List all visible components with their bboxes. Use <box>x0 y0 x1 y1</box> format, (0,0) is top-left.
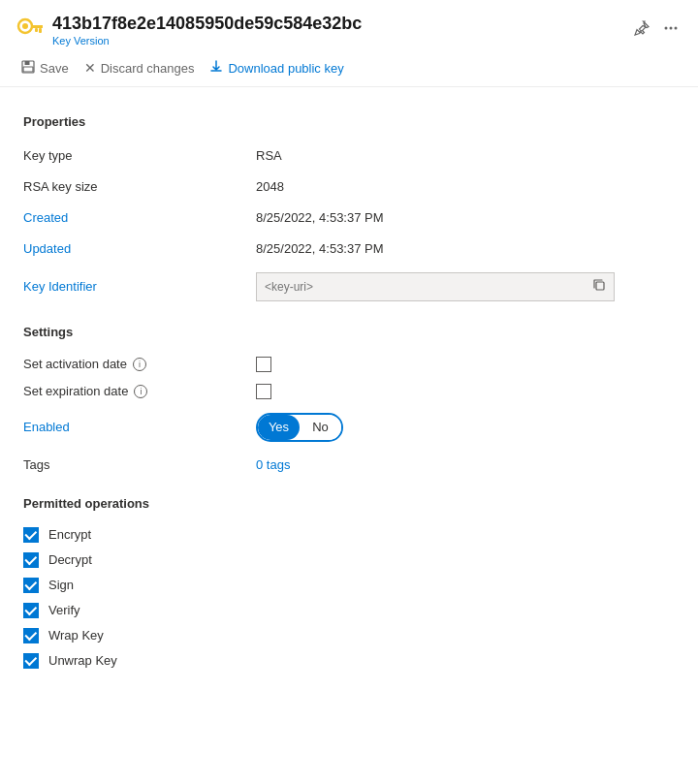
activation-info-icon[interactable]: i <box>133 358 146 371</box>
verify-checkbox[interactable] <box>23 603 39 618</box>
unwrap-key-row: Unwrap Key <box>23 648 675 674</box>
svg-rect-3 <box>39 28 42 33</box>
settings-heading: Settings <box>23 325 675 339</box>
updated-row: Updated 8/25/2022, 4:53:37 PM <box>23 234 675 265</box>
header-actions <box>630 18 682 41</box>
content-area: Properties Key type RSA RSA key size 204… <box>0 87 698 693</box>
updated-value: 8/25/2022, 4:53:37 PM <box>256 241 384 256</box>
key-icon <box>16 16 43 44</box>
key-identifier-label: Key Identifier <box>23 279 256 294</box>
created-row: Created 8/25/2022, 4:53:37 PM <box>23 203 675 234</box>
key-type-label: Key type <box>23 148 256 163</box>
enabled-toggle[interactable]: Yes No <box>256 413 343 442</box>
more-button[interactable] <box>659 18 682 41</box>
decrypt-checkbox[interactable] <box>23 552 39 568</box>
discard-button[interactable]: ✕ Discard changes <box>79 56 201 79</box>
svg-rect-11 <box>596 282 604 290</box>
save-label: Save <box>40 61 69 76</box>
activation-date-label: Set activation date i <box>23 357 256 371</box>
permitted-operations-heading: Permitted operations <box>23 496 675 511</box>
tags-row: Tags 0 tags <box>23 450 675 481</box>
verify-label: Verify <box>48 603 80 617</box>
key-identifier-container <box>256 272 615 301</box>
copy-icon <box>592 278 606 292</box>
page-subtitle: Key Version <box>52 35 620 47</box>
toggle-no[interactable]: No <box>300 415 341 440</box>
encrypt-checkbox[interactable] <box>23 527 39 543</box>
save-button[interactable]: Save <box>16 56 75 80</box>
more-icon <box>663 20 679 36</box>
page-header: 413b17f8e2e14085950de59c584e32bc Key Ver… <box>0 0 698 50</box>
decrypt-row: Decrypt <box>23 548 675 573</box>
expiration-date-text: Set expiration date <box>23 384 128 398</box>
wrap-key-checkbox[interactable] <box>23 628 39 643</box>
save-icon <box>21 60 35 77</box>
encrypt-row: Encrypt <box>23 522 675 548</box>
key-type-row: Key type RSA <box>23 141 675 172</box>
permitted-operations-section: Permitted operations Encrypt Decrypt Sig… <box>23 496 675 674</box>
key-identifier-row: Key Identifier <box>23 265 675 309</box>
download-label: Download public key <box>228 61 343 76</box>
settings-section: Settings Set activation date i Set expir… <box>23 325 675 481</box>
encrypt-label: Encrypt <box>48 527 91 542</box>
decrypt-label: Decrypt <box>48 552 92 567</box>
sign-label: Sign <box>48 578 74 592</box>
expiration-date-checkbox[interactable] <box>256 384 271 399</box>
activation-date-row: Set activation date i <box>23 351 675 378</box>
verify-row: Verify <box>23 598 675 623</box>
svg-point-1 <box>22 23 28 29</box>
tags-label: Tags <box>23 457 256 472</box>
discard-label: Discard changes <box>101 61 195 76</box>
rsa-key-size-value: 2048 <box>256 179 284 194</box>
toggle-yes[interactable]: Yes <box>258 415 300 440</box>
activation-date-checkbox[interactable] <box>256 357 271 372</box>
pin-icon <box>634 20 650 36</box>
enabled-row: Enabled Yes No <box>23 405 675 450</box>
enabled-label: Enabled <box>23 420 256 434</box>
toolbar: Save ✕ Discard changes Download public k… <box>0 50 698 87</box>
download-icon <box>209 60 223 77</box>
tags-link[interactable]: 0 tags <box>256 457 290 472</box>
header-title-block: 413b17f8e2e14085950de59c584e32bc Key Ver… <box>52 14 620 47</box>
unwrap-key-checkbox[interactable] <box>23 653 39 669</box>
download-public-key-button[interactable]: Download public key <box>204 56 349 80</box>
rsa-key-size-row: RSA key size 2048 <box>23 172 675 203</box>
rsa-key-size-label: RSA key size <box>23 179 256 194</box>
key-identifier-input[interactable] <box>265 280 587 294</box>
page-title: 413b17f8e2e14085950de59c584e32bc <box>52 14 620 35</box>
svg-rect-2 <box>31 25 43 28</box>
unwrap-key-label: Unwrap Key <box>48 653 117 668</box>
sign-row: Sign <box>23 573 675 598</box>
copy-button[interactable] <box>592 278 606 295</box>
key-type-value: RSA <box>256 148 282 163</box>
wrap-key-row: Wrap Key <box>23 623 675 648</box>
created-value: 8/25/2022, 4:53:37 PM <box>256 210 384 225</box>
updated-label: Updated <box>23 241 256 256</box>
svg-point-7 <box>675 27 678 30</box>
svg-point-6 <box>670 27 673 30</box>
pin-button[interactable] <box>630 18 653 41</box>
expiration-date-label: Set expiration date i <box>23 384 256 398</box>
close-icon: ✕ <box>84 60 96 76</box>
activation-date-text: Set activation date <box>23 357 127 371</box>
expiration-date-row: Set expiration date i <box>23 378 675 405</box>
wrap-key-label: Wrap Key <box>48 628 104 643</box>
properties-heading: Properties <box>23 114 675 129</box>
expiration-info-icon[interactable]: i <box>134 385 147 398</box>
svg-rect-9 <box>25 61 30 65</box>
created-label: Created <box>23 210 256 225</box>
svg-rect-4 <box>35 28 38 32</box>
svg-rect-10 <box>23 67 33 72</box>
sign-checkbox[interactable] <box>23 578 39 593</box>
svg-point-5 <box>665 27 668 30</box>
